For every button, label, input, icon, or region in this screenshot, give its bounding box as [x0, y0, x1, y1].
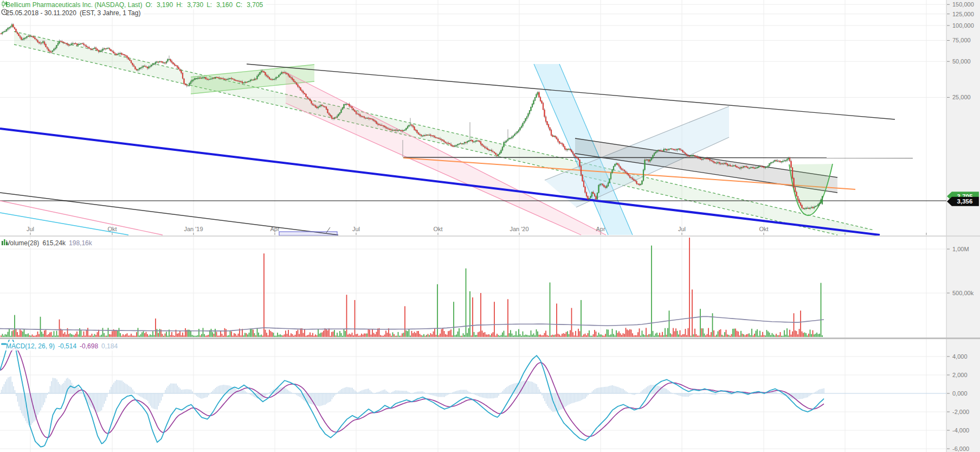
high-label: H: — [176, 1, 183, 9]
drawing-annotations[interactable] — [0, 31, 946, 235]
time-axis-label: Jan '20 — [510, 226, 528, 232]
time-axis-label: Okt — [107, 226, 117, 232]
horizontal-line-mid[interactable] — [403, 157, 913, 158]
time-axis-label: Apr — [596, 226, 605, 232]
price-axis-label: 50,000 — [952, 58, 971, 65]
time-axis-label: Jul — [27, 226, 34, 232]
macd-axis-label: -4,000 — [952, 427, 969, 434]
price-axis-label: 150,000 — [952, 1, 974, 8]
pink-ray-bottom-left[interactable] — [0, 201, 163, 235]
svg-text:3,356: 3,356 — [957, 198, 973, 205]
date-range: 25.05.2018 - 30.11.2020 — [6, 9, 76, 17]
selection-rect[interactable] — [279, 232, 337, 235]
low-label: L: — [207, 1, 212, 9]
date-range-legend[interactable]: 25.05.2018 - 30.11.2020 (EST, 3 Jahre, 1… — [1, 9, 144, 17]
price-axis-label: 25,000 — [952, 94, 971, 100]
macd-indicator-name: MACD(12, 26, 9) — [6, 342, 55, 350]
price-axis-gutter[interactable] — [946, 0, 980, 452]
macd-axis-label: -6,000 — [952, 445, 969, 452]
high-value: 3,730 — [187, 1, 203, 9]
time-axis-label: Jan '19 — [184, 226, 203, 232]
open-label: O: — [145, 1, 152, 9]
level-price-tag: 3,356 — [947, 197, 979, 206]
macd-legend[interactable]: MACD(12, 26, 9) -0,514 -0,698 0,184 — [1, 342, 121, 351]
timeframe: (EST, 3 Jahre, 1 Tag) — [80, 9, 141, 17]
volume-axis-label: 1,00M — [952, 246, 969, 252]
trendline-bottom-left[interactable] — [0, 193, 338, 235]
macd-axis-label: 4,000 — [952, 353, 968, 360]
open-value: 3,190 — [157, 1, 173, 9]
macd-axis-label: -2,000 — [952, 409, 969, 415]
close-value: 3,705 — [247, 1, 263, 9]
macd-axis-label: 0,000 — [952, 390, 968, 397]
volume-indicator-name: Volume(28) — [6, 239, 39, 247]
macd-histogram-value: 0,184 — [101, 342, 118, 350]
low-value: 3,160 — [216, 1, 233, 9]
close-label: C: — [236, 1, 242, 9]
price-axis-label: 100,000 — [952, 22, 974, 29]
time-axis-label: Jul — [352, 226, 360, 232]
macd-signal-value: -0,698 — [80, 342, 98, 350]
volume-average-value: 198,16k — [69, 239, 92, 247]
macd-axis-label: 2,000 — [952, 372, 968, 378]
volume-layer[interactable] — [0, 238, 824, 337]
macd-value: -0,514 — [58, 342, 76, 350]
downtrend-channel-2018[interactable] — [14, 31, 874, 235]
main-series-legend[interactable]: Bellicum Pharmaceuticals Inc. (NASDAQ, L… — [1, 1, 266, 9]
candles-layer[interactable] — [1, 23, 823, 210]
time-axis-label: Apr — [270, 226, 279, 232]
chart-application: 150,000125,000100,00075,00050,00025,0001… — [0, 0, 980, 452]
panel-dividers — [0, 235, 980, 339]
volume-axis-label: 500,00k — [952, 290, 974, 296]
time-axis-label: Okt — [759, 226, 768, 232]
time-axis-label: Okt — [433, 226, 442, 232]
instrument-name: Bellicum Pharmaceuticals Inc. (NASDAQ, L… — [6, 1, 142, 9]
volume-value: 615,24k — [42, 239, 66, 247]
time-axis-label: Jul — [678, 226, 686, 232]
price-axis-label: 75,000 — [952, 37, 971, 43]
volume-legend[interactable]: Volume(28) 615,24k 198,16k — [1, 239, 95, 247]
price-axis-label: 125,000 — [952, 11, 974, 17]
chart-canvas[interactable]: 150,000125,000100,00075,00050,00025,0001… — [0, 0, 980, 452]
